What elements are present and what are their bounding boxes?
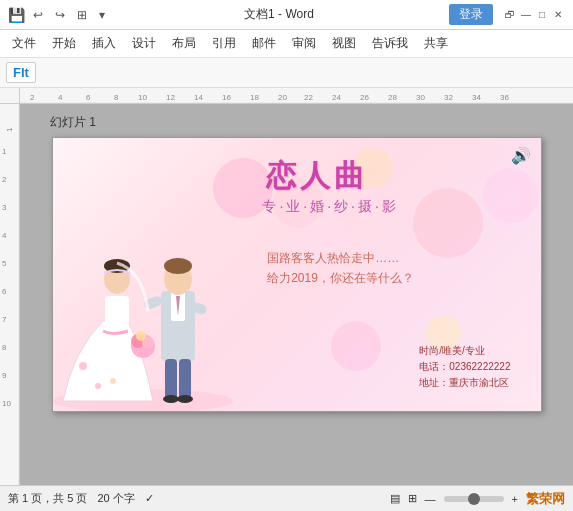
svg-text:12: 12 <box>166 93 175 102</box>
view-icon-2[interactable]: ⊞ <box>408 492 417 505</box>
format-button[interactable]: ⊞ <box>73 6 91 24</box>
svg-point-42 <box>177 395 193 403</box>
redo-button[interactable]: ↪ <box>51 6 69 24</box>
svg-text:30: 30 <box>416 93 425 102</box>
blob-6 <box>483 168 538 223</box>
svg-text:7: 7 <box>2 315 7 324</box>
maximize-button[interactable]: □ <box>535 8 549 22</box>
svg-point-44 <box>79 362 87 370</box>
menu-view[interactable]: 视图 <box>324 31 364 56</box>
svg-text:1: 1 <box>2 147 7 156</box>
couple-illustration <box>53 191 243 411</box>
menu-share[interactable]: 共享 <box>416 31 456 56</box>
blob-8 <box>331 321 381 371</box>
vertical-ruler: 1 1 2 3 4 5 6 7 8 9 10 <box>0 104 20 485</box>
svg-text:20: 20 <box>278 93 287 102</box>
svg-rect-43 <box>105 296 129 326</box>
menubar: 文件 开始 插入 设计 布局 引用 邮件 审阅 视图 告诉我 共享 <box>0 30 573 58</box>
svg-point-52 <box>136 331 146 341</box>
svg-text:32: 32 <box>444 93 453 102</box>
speaker-icon: 🔊 <box>511 146 533 164</box>
blob-4 <box>413 188 483 258</box>
svg-rect-40 <box>179 359 191 399</box>
titlebar-left: 💾 ↩ ↪ ⊞ ▾ <box>8 6 109 24</box>
minimize-button[interactable]: — <box>519 8 533 22</box>
close-button[interactable]: ✕ <box>551 8 565 22</box>
slide-subtitle: 专·业·婚·纱·摄·影 <box>262 198 398 216</box>
slide-mid-line2: 给力2019，你还在等什么？ <box>267 268 414 288</box>
svg-text:1: 1 <box>5 127 14 132</box>
dropdown-button[interactable]: ▾ <box>95 6 109 24</box>
svg-text:14: 14 <box>194 93 203 102</box>
svg-text:3: 3 <box>2 203 7 212</box>
slide-mid-line1: 国路客客人热恰走中…… <box>267 248 414 268</box>
ruler-row: // Can't use script in SVG inline, use s… <box>0 88 573 104</box>
page-info: 第 1 页，共 5 页 <box>8 491 87 506</box>
svg-text:5: 5 <box>2 259 7 268</box>
svg-point-45 <box>110 378 116 384</box>
svg-text:24: 24 <box>332 93 341 102</box>
login-button[interactable]: 登录 <box>449 4 493 25</box>
horizontal-ruler: // Can't use script in SVG inline, use s… <box>20 88 573 103</box>
svg-text:10: 10 <box>138 93 147 102</box>
slide-info: 时尚/唯美/专业 电话：02362222222 地址：重庆市渝北区 <box>419 343 510 391</box>
svg-text:26: 26 <box>360 93 369 102</box>
slide-label: 幻灯片 1 <box>50 114 96 131</box>
menu-review[interactable]: 审阅 <box>284 31 324 56</box>
statusbar: 第 1 页，共 5 页 20 个字 ✓ ▤ ⊞ — + 繁荣网 <box>0 485 573 511</box>
svg-text:4: 4 <box>58 93 63 102</box>
menu-tell[interactable]: 告诉我 <box>364 31 416 56</box>
svg-text:16: 16 <box>222 93 231 102</box>
zoom-slider-thumb[interactable] <box>468 493 480 505</box>
svg-point-46 <box>95 383 101 389</box>
window-controls: 🗗 — □ ✕ <box>503 8 565 22</box>
svg-text:2: 2 <box>30 93 35 102</box>
slide-info-line1: 时尚/唯美/专业 <box>419 343 510 359</box>
zoom-out-icon[interactable]: — <box>425 493 436 505</box>
svg-text:22: 22 <box>304 93 313 102</box>
slide-mid-text: 国路客客人热恰走中…… 给力2019，你还在等什么？ <box>267 248 414 288</box>
svg-text:4: 4 <box>2 231 7 240</box>
word-icon: 💾 <box>8 7 25 23</box>
content-area: 1 1 2 3 4 5 6 7 8 9 10 幻灯片 1 <box>0 104 573 485</box>
menu-references[interactable]: 引用 <box>204 31 244 56</box>
titlebar: 💾 ↩ ↪ ⊞ ▾ 文档1 - Word 登录 🗗 — □ ✕ <box>0 0 573 30</box>
menu-insert[interactable]: 插入 <box>84 31 124 56</box>
svg-text:6: 6 <box>2 287 7 296</box>
toolbar: FIt <box>0 58 573 88</box>
slide-container: 🔊 恋人曲 专·业·婚·纱·摄·影 国路客客人热恰走中…… 给力2019，你还在… <box>52 137 542 412</box>
undo-button[interactable]: ↩ <box>29 6 47 24</box>
svg-text:8: 8 <box>2 343 7 352</box>
svg-point-36 <box>164 258 192 274</box>
watermark: 繁荣网 <box>526 490 565 508</box>
menu-layout[interactable]: 布局 <box>164 31 204 56</box>
svg-rect-39 <box>165 359 177 399</box>
svg-text:10: 10 <box>2 399 11 408</box>
svg-text:18: 18 <box>250 93 259 102</box>
menu-design[interactable]: 设计 <box>124 31 164 56</box>
statusbar-right: ▤ ⊞ — + 繁荣网 <box>390 490 565 508</box>
svg-text:6: 6 <box>86 93 91 102</box>
svg-text:8: 8 <box>114 93 119 102</box>
slide-title: 恋人曲 <box>266 156 368 197</box>
spell-check-icon[interactable]: ✓ <box>145 492 154 505</box>
menu-home[interactable]: 开始 <box>44 31 84 56</box>
view-icon-1[interactable]: ▤ <box>390 492 400 505</box>
svg-text:34: 34 <box>472 93 481 102</box>
svg-text:2: 2 <box>2 175 7 184</box>
svg-text:9: 9 <box>2 371 7 380</box>
slide-info-line2: 电话：02362222222 <box>419 359 510 375</box>
svg-point-41 <box>163 395 179 403</box>
svg-text:36: 36 <box>500 93 509 102</box>
window-title: 文档1 - Word <box>109 6 449 23</box>
document-area: 幻灯片 1 🔊 恋人曲 专·业·婚·纱·摄·影 国路客客人热恰走中…… <box>20 104 573 485</box>
word-count: 20 个字 <box>97 491 134 506</box>
svg-text:28: 28 <box>388 93 397 102</box>
menu-file[interactable]: 文件 <box>4 31 44 56</box>
fit-button[interactable]: FIt <box>6 62 36 83</box>
zoom-in-icon[interactable]: + <box>512 493 518 505</box>
restore-button[interactable]: 🗗 <box>503 8 517 22</box>
menu-mailings[interactable]: 邮件 <box>244 31 284 56</box>
zoom-bar[interactable] <box>444 496 504 502</box>
slide-info-line3: 地址：重庆市渝北区 <box>419 375 510 391</box>
